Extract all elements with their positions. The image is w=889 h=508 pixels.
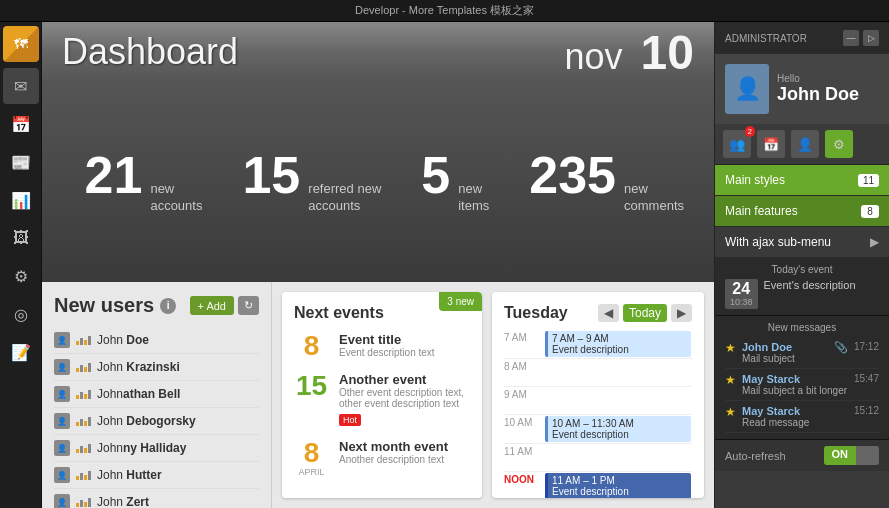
user-bars [76, 471, 91, 480]
event-desc: Another description text [339, 454, 470, 465]
event-desc: Other event description text, other even… [339, 387, 470, 409]
sidebar-icon-calendar[interactable]: 📅 [3, 106, 39, 142]
icon-sidebar: 🗺 ✉ 📅 📰 📊 🖼 ⚙ ◎ 📝 [0, 22, 42, 508]
list-item: 👤 Johnathan Bell [54, 381, 259, 408]
nav-icon-user[interactable]: 👤 [791, 130, 819, 158]
star-icon: ★ [725, 405, 736, 419]
refresh-button[interactable]: ↻ [238, 296, 259, 315]
msg-sender: John Doe [742, 341, 828, 353]
menu-item-label: Main styles [725, 173, 785, 187]
cal-today-button[interactable]: Today [623, 304, 667, 322]
cal-prev-button[interactable]: ◀ [598, 304, 619, 322]
event-date-box: 15 [294, 372, 329, 400]
msg-subject: Mail subject [742, 353, 828, 364]
cal-time-row: 8 AM [504, 359, 692, 387]
menu-section: Main styles 11 Main features 8 With ajax… [715, 165, 889, 258]
sidebar-icon-chart[interactable]: 📊 [3, 182, 39, 218]
auto-refresh-bar: Auto-refresh ON [715, 440, 889, 471]
star-icon: ★ [725, 373, 736, 387]
logo-icon[interactable]: 🗺 [3, 26, 39, 62]
today-event-desc: Event's description [764, 279, 856, 291]
msg-time: 17:12 [854, 341, 879, 352]
cal-time-row: 9 AM [504, 387, 692, 415]
toggle-on-label: ON [824, 446, 857, 465]
today-event-row: 24 10:38 Event's description [725, 279, 879, 309]
info-icon[interactable]: i [160, 298, 176, 314]
user-bars [76, 336, 91, 345]
cal-next-button[interactable]: ▶ [671, 304, 692, 322]
menu-item-main-features[interactable]: Main features 8 [715, 196, 889, 227]
new-users-panel: New users i + Add ↻ 👤 John Doe [42, 282, 272, 508]
menu-item-label: Main features [725, 204, 798, 218]
stat-number-referred: 15 [242, 149, 300, 201]
user-name: Johnny Halliday [97, 441, 186, 455]
admin-ctrl-expand[interactable]: ▷ [863, 30, 879, 46]
today-date-time: 10:38 [730, 297, 753, 307]
attachment-icon: 📎 [834, 341, 848, 354]
menu-item-ajax-sub-menu[interactable]: With ajax sub-menu ▶ [715, 227, 889, 258]
user-bars [76, 498, 91, 507]
date-day: 10 [641, 26, 694, 79]
auto-refresh-toggle[interactable]: ON [824, 446, 880, 465]
header: Dashboard nov 10 [42, 22, 714, 82]
time-label: 8 AM [504, 359, 544, 372]
cal-event-block: 7 AM – 9 AMEvent description [545, 331, 691, 357]
event-title: Event title [339, 332, 470, 347]
stat-referred: 15 referred newaccounts [242, 149, 381, 215]
stat-number-comments: 235 [529, 149, 616, 201]
stat-comments: 235 newcomments [529, 149, 684, 215]
nav-icon-settings[interactable]: ⚙ [825, 130, 853, 158]
stat-accounts: 21 newaccounts [85, 149, 203, 215]
user-bars [76, 444, 91, 453]
admin-ctrl-minimize[interactable]: — [843, 30, 859, 46]
chevron-right-icon: ▶ [870, 235, 879, 249]
message-item: ★ May Starck Read message 15:12 [725, 401, 879, 433]
event-item: 8 Event title Event description text [294, 332, 470, 360]
new-messages-header: New messages [725, 322, 879, 333]
toggle-off-label [856, 446, 879, 465]
event-info: Another event Other event description te… [339, 372, 470, 427]
user-avatar: 👤 [725, 64, 769, 114]
user-name: John Krazinski [97, 360, 180, 374]
user-actions: + Add ↻ [190, 296, 259, 315]
sidebar-icon-note[interactable]: 📝 [3, 334, 39, 370]
time-label: 7 AM [504, 330, 544, 343]
user-info: 👤 Hello John Doe [715, 54, 889, 124]
msg-time: 15:47 [854, 373, 879, 384]
new-users-header: New users i + Add ↻ [54, 294, 259, 317]
nav-icon-calendar[interactable]: 📅 [757, 130, 785, 158]
sidebar-icon-settings[interactable]: ⚙ [3, 258, 39, 294]
message-item: ★ John Doe Mail subject 📎 17:12 [725, 337, 879, 369]
hot-badge: Hot [339, 414, 361, 426]
message-content: May Starck Mail subject a bit longer [742, 373, 848, 396]
user-name: John Doe [97, 333, 149, 347]
next-events-panel: Next events 3 new 8 Event title Event de… [282, 292, 482, 498]
user-avatar: 👤 [54, 359, 70, 375]
event-date-box: 8 [294, 332, 329, 360]
add-user-button[interactable]: + Add [190, 296, 234, 315]
user-bars [76, 390, 91, 399]
cal-event-block-dark: 11 AM – 1 PMEvent description [545, 473, 691, 498]
sidebar-icon-news[interactable]: 📰 [3, 144, 39, 180]
user-avatar: 👤 [54, 332, 70, 348]
sidebar-icon-image[interactable]: 🖼 [3, 220, 39, 256]
menu-item-main-styles[interactable]: Main styles 11 [715, 165, 889, 196]
cal-time-row: 7 AM 7 AM – 9 AMEvent description [504, 330, 692, 359]
sidebar-icon-dashboard[interactable]: ◎ [3, 296, 39, 332]
list-item: 👤 John Hutter [54, 462, 259, 489]
event-info: Event title Event description text [339, 332, 470, 358]
page-title: Dashboard [62, 31, 238, 73]
user-avatar: 👤 [54, 413, 70, 429]
event-day-number: 8 [294, 439, 329, 467]
sidebar-icon-mail[interactable]: ✉ [3, 68, 39, 104]
user-name: John Zert [97, 495, 149, 508]
user-text: Hello John Doe [777, 73, 859, 106]
user-bars [76, 363, 91, 372]
topbar: Developr - More Templates 模板之家 [0, 0, 889, 22]
auto-refresh-label: Auto-refresh [725, 450, 786, 462]
user-name: John Debogorsky [97, 414, 196, 428]
calendar-title: Tuesday [504, 304, 568, 322]
calendar-panel: Tuesday ◀ Today ▶ 7 AM 7 AM – 9 AMEvent … [492, 292, 704, 498]
event-day-number: 15 [294, 372, 329, 400]
nav-icon-notifications[interactable]: 👥 2 [723, 130, 751, 158]
